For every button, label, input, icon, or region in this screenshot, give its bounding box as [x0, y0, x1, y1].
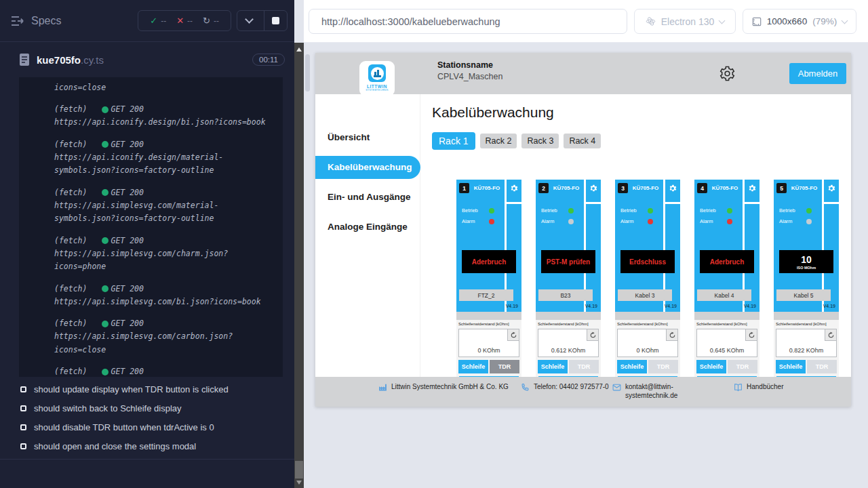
sidebar-item[interactable]: Übersicht [315, 126, 420, 149]
browser-select[interactable]: Electron 130 [634, 9, 736, 34]
collapse-chevron-button[interactable] [237, 10, 260, 31]
logout-button[interactable]: Abmelden [789, 63, 846, 84]
schleife-button[interactable]: Schleife [538, 360, 568, 373]
status-dot-icon [102, 141, 108, 148]
refresh-icon[interactable] [666, 329, 677, 341]
app-header: Stationsname CPLV4_Maschen Abmelden [315, 53, 851, 94]
resistance-value: 0.822 KOhm [776, 347, 836, 354]
failed-x-icon: ✕ [176, 16, 184, 26]
scroll-up-arrow-icon[interactable] [296, 47, 302, 52]
log-status: GET 200 [111, 317, 143, 330]
status-display: Aderbruch [700, 250, 754, 273]
alarm-indicator: Alarm [620, 218, 653, 224]
card-settings-gear-icon[interactable] [589, 184, 598, 193]
device-model-label: KÜ705-FO [708, 185, 742, 191]
test-item[interactable]: should open and close the settings modal [0, 436, 294, 455]
tdr-button[interactable]: TDR [569, 360, 599, 373]
cable-name-label: Kabel 4 [697, 289, 751, 301]
stop-tests-button[interactable] [264, 10, 287, 31]
log-entry[interactable]: (fetch) GET 200 https://api.simplesvg.co… [19, 365, 283, 377]
email-icon [612, 383, 621, 392]
log-source: (fetch) [54, 186, 87, 199]
factory-icon [378, 383, 387, 392]
sidebar-item[interactable]: Analoge Eingänge [315, 216, 420, 239]
card-settings-gear-icon[interactable] [509, 184, 519, 193]
sidebar-item[interactable]: Ein- und Ausgänge [315, 186, 420, 209]
test-item[interactable]: should update display when TDR button is… [0, 380, 294, 399]
scrollbar-thumb[interactable] [295, 461, 303, 479]
test-item[interactable]: should switch back to Schleife display [0, 399, 294, 418]
schleife-button[interactable]: Schleife [776, 360, 806, 373]
app-under-test: Stationsname CPLV4_Maschen Abmelden LITT… [315, 53, 851, 407]
status-dot-icon [102, 237, 108, 244]
cable-name-label: Kabel 3 [618, 289, 672, 301]
sidebar-item[interactable]: Kabelüberwachung [315, 156, 420, 179]
log-url: https://api.simplesvg.com/carbon.json?ic… [54, 330, 278, 357]
ruler-icon [752, 17, 762, 26]
schleife-button[interactable]: Schleife [617, 360, 647, 373]
betrieb-led-icon [568, 208, 574, 214]
betrieb-indicator: Betrieb [462, 207, 494, 214]
station-name-value: CPLV4_Maschen [437, 72, 502, 81]
log-entry[interactable]: (fetch) GET 200 https://api.simplesvg.co… [19, 186, 283, 226]
electron-icon [646, 16, 656, 26]
alarm-led-icon [568, 219, 574, 224]
log-entry[interactable]: (fetch) GET 200 https://api.iconify.desi… [19, 103, 283, 129]
rack-tab[interactable]: Rack 1 [432, 132, 475, 150]
refresh-icon[interactable] [587, 329, 598, 341]
resistance-label: Schleifenwiderstand [kOhm] [456, 320, 521, 326]
viewport-select[interactable]: 1000x660 (79%) [743, 9, 856, 34]
card-settings-gear-icon[interactable] [747, 184, 757, 193]
refresh-icon[interactable] [825, 329, 836, 341]
rack-tabs: Rack 1 Rack 2 Rack 3 Rack 4 [432, 132, 601, 150]
resistance-label: Schleifenwiderstand [kOhm] [615, 320, 680, 326]
log-entry[interactable]: (fetch) GET 200 https://api.simplesvg.co… [19, 317, 283, 357]
rack-tab[interactable]: Rack 4 [564, 134, 601, 148]
alarm-indicator: Alarm [779, 218, 812, 224]
betrieb-indicator: Betrieb [541, 207, 574, 214]
log-source: (fetch) [54, 103, 87, 116]
cable-name-label: Kabel 5 [776, 289, 831, 301]
schleife-button[interactable]: Schleife [696, 360, 726, 373]
slot-number-badge: 2 [538, 183, 549, 193]
footer-manuals[interactable]: Handbücher [734, 382, 783, 392]
tdr-button[interactable]: TDR [728, 360, 757, 373]
test-item[interactable]: should disable TDR button when tdrActive… [0, 418, 294, 436]
test-checkbox-icon [20, 405, 26, 411]
schleife-button[interactable]: Schleife [458, 360, 488, 373]
test-checkbox-icon [20, 386, 26, 392]
test-list: should update display when TDR button is… [0, 380, 294, 455]
tdr-button[interactable]: TDR [490, 360, 519, 373]
preview-scrollbar-thumb[interactable] [305, 54, 310, 92]
device-cards: 1 KÜ705-FO Betrieb Alarm Aderbruch FTZ_2… [456, 180, 839, 383]
slot-number-badge: 3 [618, 183, 628, 193]
log-entry[interactable]: (fetch) GET 200 https://api.iconify.desi… [19, 138, 283, 178]
settings-gear-icon[interactable] [719, 65, 736, 82]
specs-list-icon[interactable] [11, 16, 24, 26]
measurement-panel: Schleifenwiderstand [kOhm] 0 KOhm Schlei… [456, 320, 521, 383]
rack-tab[interactable]: Rack 2 [480, 134, 517, 148]
cable-name-label: FTZ_2 [459, 289, 513, 301]
url-input[interactable]: http://localhost:3000/kabelueberwachung [309, 9, 627, 34]
tdr-button[interactable]: TDR [807, 360, 837, 373]
log-entry[interactable]: (fetch) GET 200 https://api.simplesvg.co… [19, 283, 283, 309]
spec-file-row[interactable]: kue705fo.cy.ts 00:11 [0, 42, 294, 77]
card-settings-gear-icon[interactable] [827, 184, 836, 193]
log-entry[interactable]: (fetch) GET 200 https://api.simplesvg.co… [19, 235, 283, 274]
divider [586, 202, 601, 204]
resistance-label: Schleifenwiderstand [kOhm] [536, 320, 601, 326]
rack-tab[interactable]: Rack 3 [521, 134, 559, 148]
runner-scrollbar[interactable] [294, 43, 304, 488]
test-checkbox-icon [20, 443, 26, 449]
refresh-icon[interactable] [745, 329, 757, 341]
measurement-panel: Schleifenwiderstand [kOhm] 0 KOhm Schlei… [615, 320, 680, 383]
app-sidebar: Übersicht Kabelüberwachung Ein- und Ausg… [315, 94, 420, 377]
divider [774, 312, 839, 320]
refresh-icon[interactable] [507, 329, 519, 341]
card-settings-gear-icon[interactable] [668, 184, 677, 193]
viewport-size: 1000x660 [767, 16, 807, 26]
tdr-button[interactable]: TDR [648, 360, 678, 373]
log-source: (fetch) [54, 235, 87, 247]
log-status: GET 200 [111, 235, 143, 247]
scroll-down-arrow-icon[interactable] [296, 481, 302, 485]
